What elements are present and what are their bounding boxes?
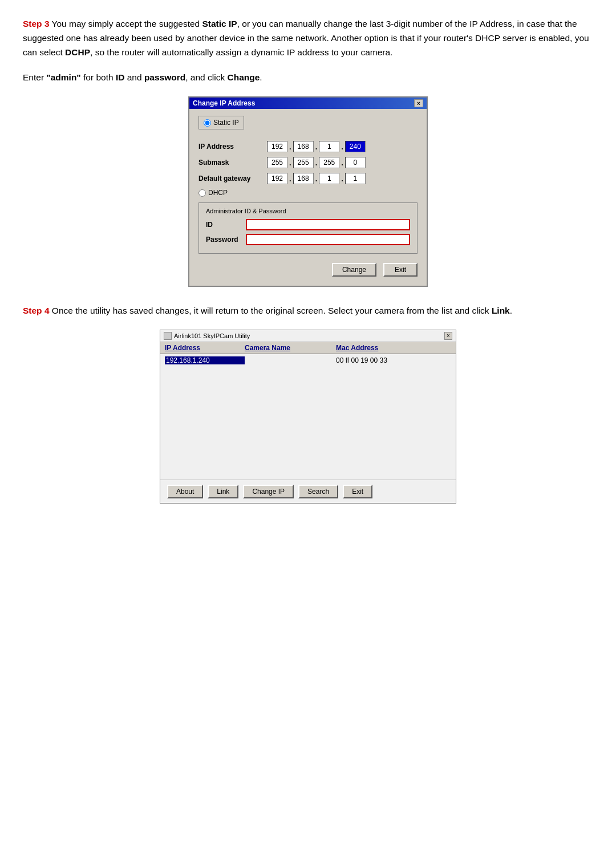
row-ip: 192.168.1.240 xyxy=(165,356,245,364)
submask-inputs: . . . xyxy=(267,157,366,168)
submask-dot-1: . xyxy=(289,159,291,167)
dialog-buttons: Change Exit xyxy=(198,261,418,279)
enter-text2: for both xyxy=(81,72,116,82)
change-ip-dialog: Change IP Address × Static IP IP Address… xyxy=(188,96,428,287)
enter-text1: Enter xyxy=(23,72,46,82)
util-exit-button[interactable]: Exit xyxy=(343,485,372,498)
static-ip-bold: Static IP xyxy=(202,19,237,29)
dialog-wrapper: Change IP Address × Static IP IP Address… xyxy=(23,96,593,287)
password-bold: password xyxy=(144,72,185,82)
link-button[interactable]: Link xyxy=(208,485,238,498)
dialog-title: Change IP Address xyxy=(193,99,255,107)
step4-paragraph: Step 4 Once the utility has saved change… xyxy=(23,304,593,318)
static-ip-radio[interactable] xyxy=(204,119,211,127)
ip-address-inputs: . . . xyxy=(267,141,366,152)
submask-octet-2[interactable] xyxy=(293,157,314,168)
submask-row: Submask . . . xyxy=(198,157,418,168)
gateway-row: Default gateway . . . xyxy=(198,173,418,184)
col-camera-name: Camera Name xyxy=(245,344,336,352)
ip-dot-2: . xyxy=(315,143,318,151)
step3-text3: , so the router will automatically assig… xyxy=(90,47,392,57)
admin-group: Administrator ID & Password ID Password xyxy=(198,202,418,254)
table-body: 192.168.1.240 00 ff 00 19 00 33 xyxy=(160,354,456,480)
change-ip-button[interactable]: Change IP xyxy=(243,485,294,498)
dchp-bold: DCHP xyxy=(65,47,90,57)
step4-text2: . xyxy=(510,306,512,315)
ip-octet-1[interactable] xyxy=(267,141,287,152)
submask-octet-1[interactable] xyxy=(267,157,287,168)
id-bold: ID xyxy=(116,72,125,82)
gateway-label: Default gateway xyxy=(198,175,267,182)
dialog-close-button[interactable]: × xyxy=(414,99,423,107)
gateway-octet-2[interactable] xyxy=(293,173,314,184)
col-ip-address: IP Address xyxy=(165,344,245,352)
password-input[interactable] xyxy=(246,234,410,245)
col-extra xyxy=(439,344,451,352)
search-button[interactable]: Search xyxy=(298,485,338,498)
gateway-dot-1: . xyxy=(289,175,291,183)
link-bold: Link xyxy=(492,306,510,315)
step3-label: Step 3 xyxy=(23,19,50,29)
utility-title-bar: Airlink101 SkyIPCam Utility × xyxy=(160,330,456,342)
change-button[interactable]: Change xyxy=(332,263,376,277)
change-bold: Change xyxy=(227,72,260,82)
utility-title-icon xyxy=(164,332,172,340)
id-label: ID xyxy=(206,221,246,229)
col-mac-address: Mac Address xyxy=(336,344,439,352)
ip-address-row: IP Address . . . xyxy=(198,141,418,152)
gateway-dot-2: . xyxy=(315,175,318,183)
ip-octet-4[interactable] xyxy=(345,141,366,152)
password-label: Password xyxy=(206,236,246,244)
step3-text1: You may simply accept the suggested xyxy=(50,19,202,29)
dhcp-row: DHCP xyxy=(198,189,418,197)
utility-footer: About Link Change IP Search Exit xyxy=(160,480,456,503)
enter-text4: , and click xyxy=(185,72,227,82)
dialog-title-bar: Change IP Address × xyxy=(189,98,427,109)
gateway-octet-4[interactable] xyxy=(345,173,366,184)
dialog-content: Static IP IP Address . . . Submask xyxy=(189,109,427,286)
submask-label: Submask xyxy=(198,159,267,167)
utility-wrapper: Airlink101 SkyIPCam Utility × IP Address… xyxy=(23,330,593,504)
id-row: ID xyxy=(206,219,410,230)
admin-bold: "admin" xyxy=(46,72,80,82)
enter-line: Enter "admin" for both ID and password, … xyxy=(23,71,593,85)
enter-text3: and xyxy=(124,72,144,82)
utility-window: Airlink101 SkyIPCam Utility × IP Address… xyxy=(160,330,456,504)
ip-octet-2[interactable] xyxy=(293,141,314,152)
admin-legend: Administrator ID & Password xyxy=(206,208,410,214)
exit-button[interactable]: Exit xyxy=(383,263,418,277)
step4-label: Step 4 xyxy=(23,306,50,315)
row-mac: 00 ff 00 19 00 33 xyxy=(336,356,439,364)
ip-octet-3[interactable] xyxy=(319,141,339,152)
gateway-inputs: . . . xyxy=(267,173,366,184)
table-row[interactable]: 192.168.1.240 00 ff 00 19 00 33 xyxy=(165,356,451,365)
submask-octet-3[interactable] xyxy=(319,157,339,168)
id-input[interactable] xyxy=(246,219,410,230)
step3-paragraph: Step 3 You may simply accept the suggest… xyxy=(23,17,593,59)
submask-octet-4[interactable] xyxy=(345,157,366,168)
ip-dot-3: . xyxy=(341,143,343,151)
utility-title-left: Airlink101 SkyIPCam Utility xyxy=(164,332,250,340)
row-extra xyxy=(439,356,451,364)
submask-dot-3: . xyxy=(341,159,343,167)
utility-close-button[interactable]: × xyxy=(444,332,452,340)
static-ip-label: Static IP xyxy=(213,119,239,127)
static-ip-radio-row: Static IP xyxy=(198,116,244,129)
ip-dot-1: . xyxy=(289,143,291,151)
gateway-dot-4: . xyxy=(341,175,343,183)
dhcp-radio[interactable] xyxy=(198,189,206,197)
gateway-octet-1[interactable] xyxy=(267,173,287,184)
about-button[interactable]: About xyxy=(167,485,203,498)
ip-address-label: IP Address xyxy=(198,143,267,151)
table-header: IP Address Camera Name Mac Address xyxy=(160,342,456,354)
row-camera-name xyxy=(245,356,336,364)
enter-text5: . xyxy=(260,72,262,82)
step4-text1: Once the utility has saved changes, it w… xyxy=(50,306,492,315)
password-row: Password xyxy=(206,234,410,245)
gateway-octet-3[interactable] xyxy=(319,173,339,184)
submask-dot-2: . xyxy=(315,159,318,167)
utility-title-text: Airlink101 SkyIPCam Utility xyxy=(174,332,250,339)
dhcp-label: DHCP xyxy=(208,189,228,197)
